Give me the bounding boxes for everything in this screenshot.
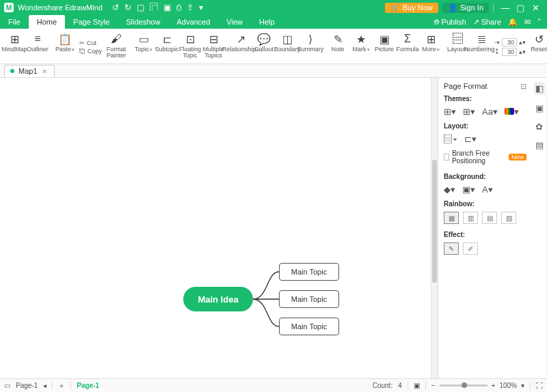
rainbow-opt-1[interactable]: ▦ xyxy=(444,212,459,224)
zoom-out-icon[interactable]: − xyxy=(431,382,436,389)
undo-icon[interactable]: ↺ xyxy=(112,3,119,12)
reset-button[interactable]: ↺Reset xyxy=(527,30,547,64)
menu-help[interactable]: Help xyxy=(251,15,283,29)
fit-page-icon[interactable]: ▣ xyxy=(414,382,420,389)
mindmap-view-button[interactable]: ⊞MindMap xyxy=(3,30,26,64)
menu-advanced[interactable]: Advanced xyxy=(168,15,218,29)
tab-label: Map1 xyxy=(18,67,38,75)
quick-access-toolbar: ↺ ↻ ▢ ⿸ ▣ ⎙ ⇪ ▾ xyxy=(112,3,203,12)
zoom-slider[interactable] xyxy=(440,384,488,387)
floating-topic-button[interactable]: ⊡Floating Topic xyxy=(178,30,202,64)
panel-tab-format-icon[interactable]: ◧ xyxy=(534,82,545,95)
collapse-ribbon-icon[interactable]: ˄ xyxy=(537,18,542,27)
theme-style-2-icon[interactable]: ⊞▾ xyxy=(463,107,475,117)
sign-in-button[interactable]: 👤Sign In xyxy=(442,3,489,13)
theme-color-icon[interactable]: ▾ xyxy=(505,107,519,117)
layout-type-icon[interactable]: ⿳▾ xyxy=(444,134,457,144)
branch-style-icon[interactable]: ⊏▾ xyxy=(464,134,477,144)
zoom-controls: − + 100% ▾ xyxy=(431,382,524,389)
note-button[interactable]: ✎Note xyxy=(326,30,349,64)
canvas[interactable]: Main Idea Main Topic Main Topic Main Top… xyxy=(0,78,431,378)
page-list-icon[interactable]: ▭ xyxy=(4,382,10,389)
boundary-button[interactable]: ◫Boundary xyxy=(276,30,299,64)
save-icon[interactable]: ▣ xyxy=(163,3,171,12)
section-background: Background: xyxy=(444,173,526,180)
close-button[interactable]: ✕ xyxy=(528,3,543,13)
document-tabs: Map1 ✕ xyxy=(0,64,547,78)
theme-style-1-icon[interactable]: ⊞▾ xyxy=(444,107,456,117)
main-topic-2[interactable]: Main Topic xyxy=(279,290,339,308)
subtopic-button[interactable]: ⊏Subtopic xyxy=(155,30,178,64)
export-icon[interactable]: ⇪ xyxy=(187,3,194,12)
theme-font-icon[interactable]: Aa▾ xyxy=(482,107,498,117)
zoom-dropdown-icon[interactable]: ▾ xyxy=(521,382,524,389)
menu-view[interactable]: View xyxy=(218,15,251,29)
numbering-button[interactable]: ≣Numbering xyxy=(470,30,493,64)
panel-tab-strip: ◧ ▣ ✿ ▤ xyxy=(532,78,547,378)
formula-button[interactable]: ΣFormula xyxy=(396,30,419,64)
menu-file[interactable]: File xyxy=(0,15,29,29)
publish-button[interactable]: ⟰ Publish xyxy=(433,18,466,27)
buy-now-button[interactable]: 🛒Buy Now xyxy=(385,3,438,13)
central-topic[interactable]: Main Idea xyxy=(183,287,253,311)
menu-home[interactable]: Home xyxy=(29,15,65,29)
add-page-icon[interactable]: ＋ xyxy=(58,381,65,391)
status-bar: ▭ Page-1 ◂ ＋ Page-1 Count: 4 ▣ − + 100% … xyxy=(0,378,547,392)
ribbon: ⊞MindMap ≡Outliner 📋Paste ✂Cut ⿻Copy 🖌Fo… xyxy=(0,29,547,64)
panel-tab-outline-icon[interactable]: ▣ xyxy=(535,103,544,113)
tab-close-icon[interactable]: ✕ xyxy=(42,68,47,75)
zoom-in-icon[interactable]: + xyxy=(492,382,496,389)
effect-opt-2[interactable]: ✐ xyxy=(463,242,478,255)
panel-tab-icons-icon[interactable]: ✿ xyxy=(535,122,543,132)
share-button[interactable]: ↗ Share xyxy=(473,18,501,27)
fullscreen-icon[interactable]: ⛶ xyxy=(536,382,543,389)
section-layout: Layout: xyxy=(444,122,526,130)
tab-dot-icon xyxy=(10,69,14,73)
zoom-value: 100% xyxy=(499,382,517,389)
cut-button[interactable]: ✂Cut xyxy=(79,40,102,46)
topic-button[interactable]: ▭Topic xyxy=(132,30,155,64)
hspacing-field[interactable]: ⇥ 30 ▴▾ xyxy=(494,38,526,46)
outliner-view-button[interactable]: ≡Outliner xyxy=(26,30,49,64)
effect-opt-1[interactable]: ✎ xyxy=(444,242,459,255)
new-icon[interactable]: ▢ xyxy=(137,3,144,12)
vspacing-field[interactable]: ⇣ 30 ▴▾ xyxy=(494,48,526,56)
relationship-button[interactable]: ↗Relationship xyxy=(229,30,252,64)
bg-color-icon[interactable]: ◆▾ xyxy=(444,184,455,195)
print-icon[interactable]: ⎙ xyxy=(176,3,181,12)
menu-bar: File Home Page Style Slideshow Advanced … xyxy=(0,15,547,29)
callout-button[interactable]: 💬Callout xyxy=(252,30,276,64)
qat-dropdown-icon[interactable]: ▾ xyxy=(199,3,203,12)
redo-icon[interactable]: ↻ xyxy=(124,3,131,12)
rainbow-opt-3[interactable]: ▤ xyxy=(482,212,497,224)
more-button[interactable]: ⊞More xyxy=(419,30,442,64)
panel-tab-clipart-icon[interactable]: ▤ xyxy=(535,140,544,150)
main-topic-1[interactable]: Main Topic xyxy=(279,263,339,281)
maximize-button[interactable]: ▢ xyxy=(513,3,528,13)
copy-button[interactable]: ⿻Copy xyxy=(79,48,102,55)
section-effect: Effect: xyxy=(444,231,526,238)
main-topic-3[interactable]: Main Topic xyxy=(279,318,339,335)
format-painter-button[interactable]: 🖌Format Painter xyxy=(105,30,128,64)
feedback-icon[interactable]: ✉ xyxy=(524,18,531,27)
picture-button[interactable]: ▣Picture xyxy=(373,30,396,64)
mark-button[interactable]: ★Mark xyxy=(349,30,373,64)
tab-map1[interactable]: Map1 ✕ xyxy=(4,65,55,77)
rainbow-opt-2[interactable]: ▥ xyxy=(463,212,478,224)
menu-page-style[interactable]: Page Style xyxy=(65,15,118,29)
bg-image-icon[interactable]: ▣▾ xyxy=(462,184,475,195)
notification-icon[interactable]: 🔔 xyxy=(508,18,518,27)
bg-watermark-icon[interactable]: A▾ xyxy=(482,184,493,195)
paste-button[interactable]: 📋Paste xyxy=(53,30,77,64)
open-icon[interactable]: ⿸ xyxy=(150,3,158,12)
branch-free-checkbox[interactable]: Branch Free Positioning New xyxy=(444,150,526,165)
copy-icon: ⿻ xyxy=(79,48,85,55)
minimize-button[interactable]: ― xyxy=(498,3,513,13)
rainbow-opt-4[interactable]: ▧ xyxy=(501,212,516,224)
summary-button[interactable]: ⟩Summary xyxy=(299,30,322,64)
vertical-scrollbar[interactable] xyxy=(431,78,438,378)
status-count-label: Count: xyxy=(373,382,392,389)
menu-slideshow[interactable]: Slideshow xyxy=(118,15,168,29)
panel-pin-icon[interactable]: ⊡ xyxy=(520,82,526,91)
prev-page-icon[interactable]: ◂ xyxy=(43,382,46,389)
